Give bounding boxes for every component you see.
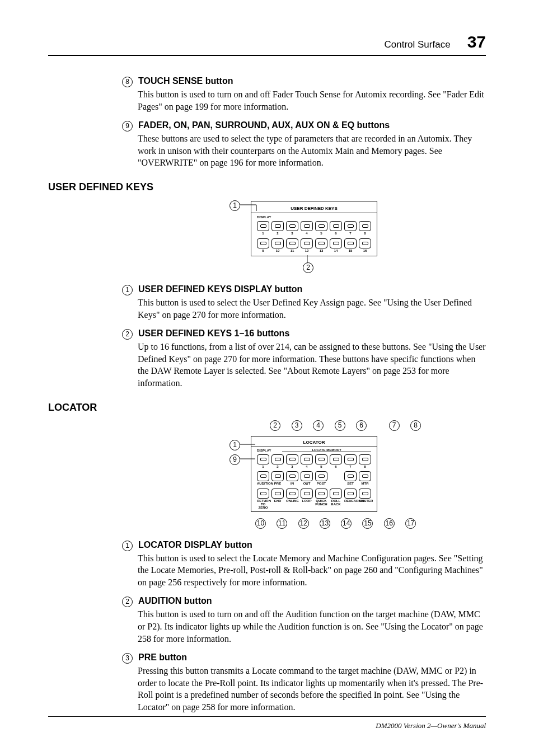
panel-button [344, 221, 357, 231]
panel-button-label: 5 [315, 232, 327, 235]
panel-button-label: 16 [359, 249, 371, 252]
locate-memory-label: LOCATE MEMORY [282, 448, 371, 452]
panel-button [286, 454, 298, 464]
panel-button-label: 4 [301, 232, 313, 235]
panel-button-label: REHEARSAL [344, 499, 357, 509]
udk-panel: USER DEFINED KEYS DISPLAY 12345678 91011… [251, 201, 377, 256]
loc-item-3-title: PRE button [138, 652, 187, 663]
panel-button-label: 7 [344, 465, 357, 468]
loc-item-1-title: LOCATOR DISPLAY button [138, 540, 252, 550]
panel-button [315, 221, 327, 231]
locator-panel-label: LOCATOR [257, 440, 371, 445]
panel-button-label: 13 [315, 249, 327, 252]
panel-button-label: 9 [257, 249, 269, 252]
panel-button-label: 10 [271, 249, 284, 252]
marker-loc-3: 3 [122, 653, 133, 664]
udk-item-1-body: This button is used to select the User D… [138, 297, 486, 321]
panel-button [286, 471, 298, 481]
panel-button-label: MASTER [359, 499, 371, 509]
loc-item-1: 1 LOCATOR DISPLAY button This button is … [122, 540, 486, 589]
marker-loc-1: 1 [122, 541, 133, 551]
page: Control Surface 37 8 TOUCH SENSE button … [0, 0, 534, 756]
udk-row-2 [257, 238, 371, 248]
loc-callout-1: 1 [229, 439, 240, 450]
panel-button-label: IN [286, 482, 298, 485]
panel-button [271, 471, 284, 481]
loc-callout-bottom: 12 [298, 518, 309, 529]
panel-button [257, 454, 269, 464]
panel-button [301, 454, 313, 464]
section-name: Control Surface [385, 39, 451, 50]
panel-button-label: 8 [359, 465, 371, 468]
panel-button-label: 12 [301, 249, 313, 252]
panel-button [359, 454, 371, 464]
loc-callout-top: 3 [292, 420, 302, 431]
panel-button-label: 8 [359, 232, 371, 235]
panel-button [271, 221, 284, 231]
panel-button [315, 238, 327, 248]
page-header: Control Surface 37 [48, 32, 486, 56]
panel-button [271, 238, 284, 248]
panel-button-label: 2 [271, 232, 284, 235]
loc-item-3: 3 PRE button Pressing this button transm… [122, 652, 486, 713]
panel-button-label: POST [315, 482, 327, 485]
panel-button [257, 489, 269, 499]
panel-button-label: ONLINE [286, 499, 298, 509]
udk-item-2-body: Up to 16 functions, from a list of over … [138, 341, 486, 389]
udk-item-2-title: USER DEFINED KEYS 1–16 buttons [138, 328, 289, 339]
loc-callout-top: 8 [410, 420, 421, 431]
panel-button-label [330, 482, 342, 485]
loc-item-2-title: AUDITION button [138, 596, 212, 606]
panel-button-label: SET [344, 482, 357, 485]
panel-button-label: QUICK PUNCH [315, 499, 327, 509]
panel-button [271, 489, 284, 499]
loc-callout-9: 9 [229, 454, 240, 465]
panel-button [359, 221, 371, 231]
panel-button [301, 489, 313, 499]
marker-8: 8 [122, 77, 133, 87]
loc-callout-bottom: 10 [255, 518, 266, 529]
loc-item-1-body: This button is used to select the Locate… [138, 552, 486, 589]
panel-button-label: ROLL BACK [330, 499, 342, 509]
panel-button-label: END [271, 499, 284, 509]
locator-row-3 [257, 489, 371, 499]
loc-callout-top: 5 [335, 420, 345, 431]
udk-callout-1: 1 [229, 200, 240, 211]
udk-section-title: USER DEFINED KEYS [48, 181, 486, 193]
panel-button-label: 15 [344, 249, 357, 252]
loc-item-2: 2 AUDITION button This button is used to… [122, 596, 486, 645]
panel-button [286, 221, 298, 231]
panel-button [257, 221, 269, 231]
panel-button-label: 4 [301, 465, 313, 468]
panel-button-label: RETURN TO ZERO [257, 499, 269, 509]
udk-item-1-title: USER DEFINED KEYS DISPLAY button [138, 284, 302, 294]
panel-button [330, 221, 342, 231]
loc-item-2-body: This button is used to turn on and off t… [138, 608, 486, 645]
item-8-body: This button is used to turn on and off F… [138, 88, 486, 112]
panel-button [344, 238, 357, 248]
loc-callout-bottom: 15 [362, 518, 373, 529]
panel-button-label: MTR [359, 482, 371, 485]
panel-button-label: 6 [330, 465, 342, 468]
loc-callout-top: 4 [313, 420, 324, 431]
panel-button-label: 7 [344, 232, 357, 235]
panel-button [271, 454, 284, 464]
udk-callout-2: 2 [303, 262, 313, 273]
loc-callout-bottom: 11 [277, 518, 287, 529]
content-area: 8 TOUCH SENSE button This button is used… [122, 76, 486, 713]
udk-item-1: 1 USER DEFINED KEYS DISPLAY button This … [122, 284, 486, 321]
loc-item-3-body: Pressing this button transmits a Locate … [138, 665, 486, 713]
panel-button [301, 221, 313, 231]
panel-button-label: 3 [286, 465, 298, 468]
panel-button [257, 471, 269, 481]
panel-button [359, 489, 371, 499]
loc-callout-top: 2 [270, 420, 280, 431]
panel-button [330, 238, 342, 248]
marker-udk-2: 2 [122, 329, 133, 340]
panel-button [286, 489, 298, 499]
marker-9: 9 [122, 121, 133, 132]
marker-loc-2: 2 [122, 597, 133, 607]
locator-diagram: 2345678 1 9 LOCATOR DISPLAY LOCATE MEMOR… [122, 420, 486, 529]
loc-callout-top: 6 [356, 420, 367, 431]
loc-callout-bottom: 14 [341, 518, 352, 529]
